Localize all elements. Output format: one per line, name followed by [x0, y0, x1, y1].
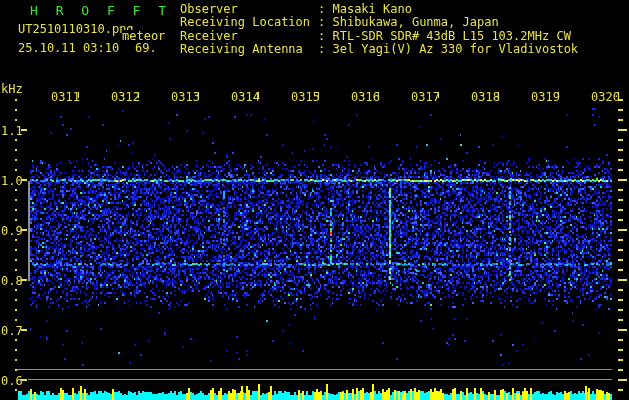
time-tick-label: 0315 — [291, 90, 320, 104]
time-tick-label: 0313 — [171, 90, 200, 104]
freq-tick-label: 1.1 — [1, 124, 23, 138]
hrofft-window: H R O F F T UT2510110310.png meteor 25.1… — [0, 0, 629, 400]
time-tick-label: 0312 — [111, 90, 140, 104]
time-tick-label: 0311 — [51, 90, 80, 104]
freq-axis-unit-label: kHz — [1, 83, 23, 96]
info-row: Observer: Masaki Kano — [180, 3, 578, 16]
info-row-value: 3el Yagi(V) Az 330 for Vladivostok — [332, 42, 578, 56]
info-row: Receiving Location: Shibukawa, Gunma, Ja… — [180, 16, 578, 29]
info-row: Receiving Antenna: 3el Yagi(V) Az 330 fo… — [180, 43, 578, 56]
info-row-value: Shibukawa, Gunma, Japan — [332, 15, 498, 29]
time-tick-label: 0317 — [411, 90, 440, 104]
info-row-separator: : — [318, 2, 332, 16]
datetime-label: 25.10.11 03:10 — [18, 42, 119, 55]
info-row-separator: : — [318, 29, 332, 43]
file-name-label: UT2510110310.png — [18, 23, 134, 36]
counter-label: 69. — [135, 42, 157, 55]
info-row-label: Receiving Location — [180, 16, 318, 29]
receiver-info-block: Observer: Masaki KanoReceiving Location:… — [180, 3, 578, 57]
info-row: Receiver: RTL-SDR SDR# 43dB L15 103.2MHz… — [180, 30, 578, 43]
info-row-label: Receiver — [180, 30, 318, 43]
info-row-value: Masaki Kano — [332, 2, 411, 16]
info-row-separator: : — [318, 15, 332, 29]
freq-tick-label: 1.0 — [1, 174, 23, 188]
freq-tick-label: 0.8 — [1, 274, 23, 288]
info-row-separator: : — [318, 42, 332, 56]
info-row-label: Receiving Antenna — [180, 43, 318, 56]
time-tick-label: 0318 — [471, 90, 500, 104]
time-tick-label: 0320 — [591, 90, 620, 104]
time-tick-label: 0319 — [531, 90, 560, 104]
freq-tick-label: 0.9 — [1, 224, 23, 238]
freq-tick-label: 0.7 — [1, 324, 23, 338]
spectrogram-canvas — [0, 0, 629, 400]
time-tick-label: 0314 — [231, 90, 260, 104]
freq-tick-label: 0.6 — [1, 374, 23, 388]
time-tick-label: 0316 — [351, 90, 380, 104]
info-row-label: Observer — [180, 3, 318, 16]
app-title: H R O F F T — [30, 3, 171, 18]
info-row-value: RTL-SDR SDR# 43dB L15 103.2MHz CW — [332, 29, 570, 43]
